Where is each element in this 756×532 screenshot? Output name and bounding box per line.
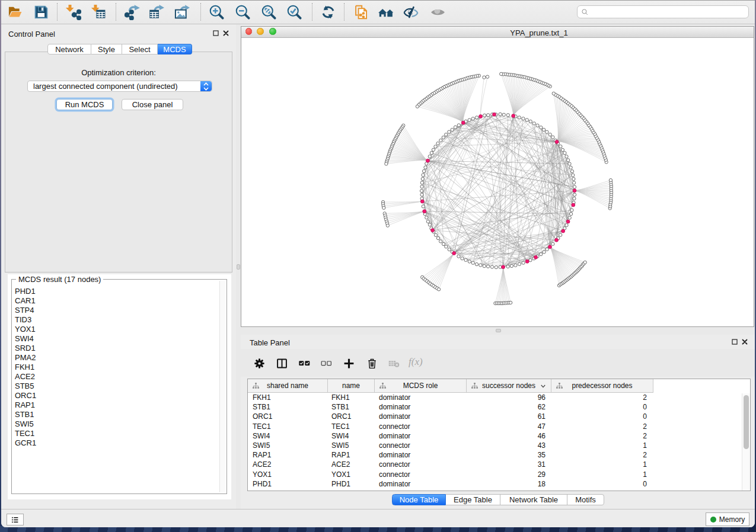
table-row[interactable]: STB1STB1dominator620: [248, 402, 750, 412]
memory-button[interactable]: Memory: [706, 512, 749, 526]
columns-button[interactable]: [273, 354, 291, 372]
column-header-MCDS-role[interactable]: MCDS role: [375, 379, 467, 393]
table-row[interactable]: ACE2ACE2connector311: [248, 460, 750, 469]
zoom-in-button[interactable]: [206, 2, 227, 22]
cell-shared_name: FKH1: [253, 393, 271, 402]
cell-name: SWI5: [331, 441, 349, 450]
zoom-fit-button[interactable]: [259, 2, 279, 22]
select-all-button[interactable]: [295, 354, 313, 372]
table-row[interactable]: RAP1RAP1dominator352: [248, 450, 750, 460]
horizontal-splitter[interactable]: [241, 327, 755, 335]
hide-selected-button[interactable]: [400, 2, 420, 22]
gear-button[interactable]: [250, 354, 268, 372]
table-row[interactable]: ORC1ORC1dominator610: [248, 412, 750, 421]
task-history-button[interactable]: [7, 514, 24, 525]
close-window-icon[interactable]: [245, 28, 253, 35]
vertical-splitter[interactable]: [236, 24, 241, 509]
result-item[interactable]: ACE2: [13, 372, 219, 382]
result-item[interactable]: STB1: [13, 410, 219, 419]
table-toolbar: f(x): [241, 349, 755, 377]
splitter-grip[interactable]: [496, 329, 501, 332]
mcds-result-panel: MCDS result (17 nodes) PHD1CAR1STP4TID3Y…: [8, 274, 231, 499]
export-network-button[interactable]: [122, 2, 142, 22]
optimization-criterion-dropdown[interactable]: largest connected component (undirected): [27, 81, 212, 92]
table-row[interactable]: SWI4SWI4dominator462: [248, 431, 750, 441]
maximize-window-icon[interactable]: [269, 28, 276, 35]
mcds-result-list[interactable]: PHD1CAR1STP4TID3YOX1SWI4SRD1PMA2FKH1ACE2…: [13, 287, 219, 492]
result-item[interactable]: PMA2: [13, 353, 219, 363]
result-item[interactable]: SRD1: [13, 344, 219, 353]
minimize-window-icon[interactable]: [257, 28, 264, 35]
function-builder-button[interactable]: f(x): [409, 356, 423, 368]
result-item[interactable]: SWI4: [13, 334, 219, 344]
delete-button[interactable]: [363, 354, 381, 372]
tab-motifs[interactable]: Motifs: [567, 494, 604, 505]
tab-style[interactable]: Style: [91, 44, 122, 55]
tab-network-table[interactable]: Network Table: [500, 494, 567, 505]
open-file-button[interactable]: [5, 2, 25, 22]
network-canvas[interactable]: [241, 38, 754, 326]
scrollbar-thumb[interactable]: [744, 395, 749, 449]
float-panel-icon[interactable]: [213, 30, 219, 36]
cell-successors: 46: [538, 432, 546, 440]
column-header-name[interactable]: name: [328, 379, 375, 393]
import-network-icon: [65, 4, 81, 20]
close-panel-icon[interactable]: [223, 30, 229, 36]
float-panel-icon[interactable]: [732, 339, 738, 345]
import-table-button[interactable]: [88, 2, 109, 22]
network-titlebar[interactable]: YPA_prune.txt_1: [241, 27, 754, 38]
result-item[interactable]: GCR1: [13, 438, 219, 448]
cell-role: connector: [379, 441, 410, 450]
export-table-button[interactable]: [146, 2, 166, 22]
cell-name: YOX1: [331, 470, 350, 479]
table-row[interactable]: SWI5SWI5connector431: [248, 441, 750, 450]
control-panel-title: Control Panel: [8, 30, 55, 39]
result-scrollbar[interactable]: [219, 281, 226, 492]
window-top-edge: [1, 0, 755, 1]
home-button[interactable]: [375, 2, 395, 22]
tab-edge-table[interactable]: Edge Table: [446, 494, 500, 505]
table-scrollbar[interactable]: [742, 393, 750, 491]
table-row[interactable]: FKH1FKH1dominator962: [248, 393, 750, 402]
result-item[interactable]: FKH1: [13, 363, 219, 372]
table-row[interactable]: YOX1YOX1connector291: [248, 470, 750, 479]
refresh-button[interactable]: [318, 2, 338, 22]
run-mcds-button[interactable]: Run MCDS: [56, 99, 113, 110]
result-item[interactable]: CAR1: [13, 296, 219, 306]
table-row[interactable]: TEC1TEC1connector472: [248, 422, 750, 431]
result-item[interactable]: STP4: [13, 306, 219, 315]
toolbar-separator: [200, 3, 201, 21]
duplicate-network-button[interactable]: [350, 2, 371, 22]
add-button[interactable]: [340, 354, 358, 372]
show-all-button[interactable]: [428, 2, 448, 22]
tab-node-table[interactable]: Node Table: [392, 494, 446, 505]
search-input[interactable]: [589, 7, 748, 17]
close-panel-icon[interactable]: [742, 339, 748, 345]
result-item[interactable]: SWI5: [13, 419, 219, 429]
result-item[interactable]: YOX1: [13, 325, 219, 334]
result-item[interactable]: TEC1: [13, 429, 219, 438]
result-item[interactable]: TID3: [13, 315, 219, 325]
result-item[interactable]: PHD1: [13, 287, 219, 296]
refresh-icon: [320, 4, 336, 20]
splitter-grip[interactable]: [237, 264, 240, 270]
tab-network[interactable]: Network: [47, 44, 91, 55]
zoom-selected-button[interactable]: [284, 2, 304, 22]
import-network-button[interactable]: [63, 2, 83, 22]
column-header-predecessor-nodes[interactable]: predecessor nodes: [551, 379, 653, 393]
save-session-button[interactable]: [31, 2, 51, 22]
result-item[interactable]: ORC1: [13, 391, 219, 400]
column-header-shared-name[interactable]: shared name: [248, 379, 328, 393]
close-panel-button[interactable]: Close panel: [122, 99, 183, 110]
zoom-out-button[interactable]: [232, 2, 253, 22]
table-row[interactable]: PHD1PHD1dominator180: [248, 479, 750, 489]
tab-mcds[interactable]: MCDS: [158, 44, 192, 55]
result-item[interactable]: RAP1: [13, 400, 219, 410]
deselect-all-button[interactable]: [317, 354, 335, 372]
export-image-button[interactable]: [171, 2, 192, 22]
result-item[interactable]: STB5: [13, 382, 219, 391]
cell-shared_name: ORC1: [253, 412, 272, 421]
tab-select[interactable]: Select: [122, 44, 158, 55]
search-field[interactable]: [577, 5, 749, 18]
column-header-successor-nodes[interactable]: successor nodes: [467, 379, 551, 393]
